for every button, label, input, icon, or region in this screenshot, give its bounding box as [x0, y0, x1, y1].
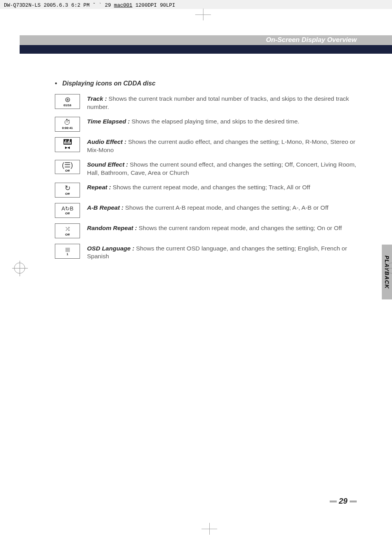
item-desc: Time Elapsed : Shows the elapsed playing…: [87, 117, 357, 126]
item-row: ⏱ 0:00:41 Time Elapsed : Shows the elaps…: [55, 117, 357, 132]
section-title: • Displaying icons on CDDA disc: [55, 80, 357, 87]
item-desc: Track : Shows the current track number a…: [87, 94, 357, 111]
icon-sub: Off: [65, 233, 70, 236]
item-text: Shows the current audio effect, and chan…: [87, 138, 355, 153]
icon-sub: Off: [65, 169, 70, 172]
item-term: A-B Repeat :: [87, 204, 123, 211]
item-term: Random Repeat :: [87, 225, 137, 231]
item-row: A↻B Off A-B Repeat : Shows the current A…: [55, 203, 357, 218]
item-desc: Sound Effect : Shows the current sound e…: [87, 160, 357, 177]
item-desc: Repeat : Shows the current repeat mode, …: [87, 183, 357, 192]
item-text: Shows the elapsed playing time, and skip…: [130, 118, 299, 125]
header-mac: mac001: [114, 2, 132, 8]
item-text: Shows the current random repeat mode, an…: [137, 225, 342, 231]
item-row: ⤮ Off Random Repeat : Shows the current …: [55, 223, 357, 238]
sound-effect-icon: (☰) Off: [55, 160, 80, 174]
registration-mark-left: [14, 263, 25, 274]
item-term: OSD Language :: [87, 245, 134, 252]
item-term: Time Elapsed :: [87, 118, 130, 125]
ab-repeat-icon: A↻B Off: [55, 203, 80, 218]
osd-language-icon: ▦ 1: [55, 244, 80, 259]
section-title-text: Displaying icons on CDDA disc: [62, 80, 156, 87]
item-term: Track :: [87, 95, 107, 102]
item-text: Shows the current track number and total…: [87, 95, 349, 110]
item-term: Audio Effect :: [87, 138, 126, 145]
item-text: Shows the current repeat mode, and chang…: [111, 184, 310, 190]
repeat-icon: ↻ Off: [55, 183, 80, 198]
audio-effect-icon: ▸◂: [55, 137, 80, 152]
banner-title: On-Screen Display Overview: [266, 36, 357, 44]
icon-sub: 01/16: [64, 103, 71, 107]
item-row: ⊛ 01/16 Track : Shows the current track …: [55, 94, 357, 111]
icon-sub: 1: [67, 252, 68, 256]
item-desc: Audio Effect : Shows the current audio e…: [87, 137, 357, 154]
time-elapsed-icon: ⏱ 0:00:41: [55, 117, 80, 132]
item-desc: OSD Language : Shows the current OSD lan…: [87, 244, 357, 261]
icon-sub: 0:00:41: [62, 126, 73, 130]
icon-sub: Off: [65, 212, 70, 215]
header-post: 1200DPI 90LPI: [132, 2, 175, 8]
icon-sub: Off: [65, 192, 70, 196]
item-row: ↻ Off Repeat : Shows the current repeat …: [55, 183, 357, 198]
header-pre: DW-Q73D2N-LS 2005.6.3 6:2 PM ˘ ` 29: [4, 2, 114, 8]
crop-mark-bottom: [201, 523, 217, 535]
crop-mark-top: [0, 9, 392, 20]
item-row: ▦ 1 OSD Language : Shows the current OSD…: [55, 244, 357, 261]
item-desc: Random Repeat : Shows the current random…: [87, 223, 357, 232]
registration-mark-right: [387, 263, 392, 274]
print-header: DW-Q73D2N-LS 2005.6.3 6:2 PM ˘ ` 29 mac0…: [0, 0, 392, 9]
item-desc: A-B Repeat : Shows the current A-B repea…: [87, 203, 357, 212]
page-number: 29: [330, 497, 357, 506]
item-term: Sound Effect :: [87, 161, 128, 168]
page-number-text: 29: [339, 497, 347, 505]
track-icon: ⊛ 01/16: [55, 94, 80, 109]
item-row: (☰) Off Sound Effect : Shows the current…: [55, 160, 357, 177]
banner: On-Screen Display Overview: [20, 35, 392, 53]
item-term: Repeat :: [87, 184, 111, 190]
random-repeat-icon: ⤮ Off: [55, 223, 80, 238]
item-row: ▸◂ Audio Effect : Shows the current audi…: [55, 137, 357, 154]
item-text: Shows the current A-B repeat mode, and c…: [123, 204, 328, 211]
page: On-Screen Display Overview • Displaying …: [20, 21, 392, 523]
content: • Displaying icons on CDDA disc ⊛ 01/16 …: [20, 53, 392, 261]
